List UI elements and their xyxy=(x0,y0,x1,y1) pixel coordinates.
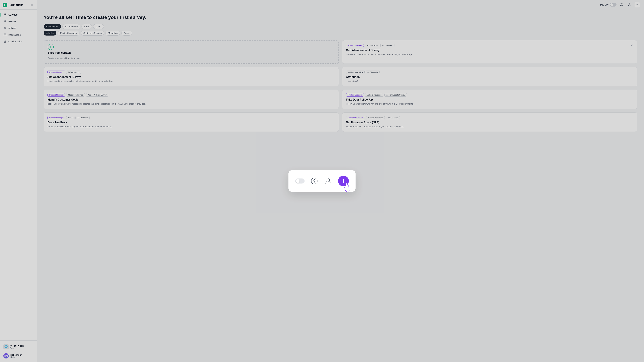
modal-user-icon xyxy=(324,177,333,185)
modal-overlay xyxy=(0,0,644,362)
modal-help-icon xyxy=(310,177,319,185)
modal-card xyxy=(288,170,356,192)
pointer-area xyxy=(338,176,349,186)
hand-cursor-icon xyxy=(342,183,352,195)
svg-point-13 xyxy=(314,182,314,183)
svg-point-12 xyxy=(311,178,317,184)
modal-toggle[interactable] xyxy=(295,178,304,184)
